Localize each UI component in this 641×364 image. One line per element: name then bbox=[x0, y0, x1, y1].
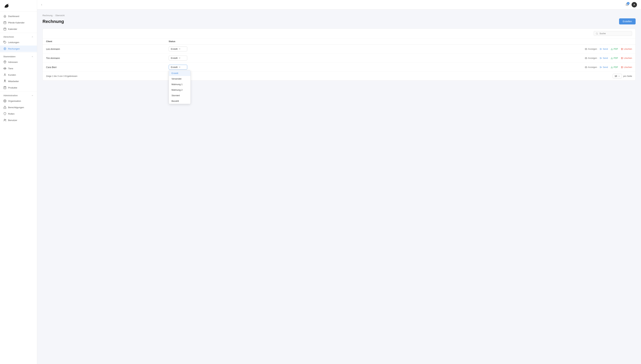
row-actions-0: Anzeigen Send PDF bbox=[319, 48, 632, 50]
section-administration-header[interactable]: Administration bbox=[0, 92, 37, 98]
dropdown-option-mahnung1[interactable]: Mahnung 1 bbox=[169, 82, 190, 87]
status-value-0: Erstellt bbox=[171, 48, 178, 50]
delete-action-2[interactable]: Löschen bbox=[621, 66, 632, 68]
search-icon bbox=[596, 32, 598, 35]
sidebar-item-dashboard-label: Dashboard bbox=[8, 15, 19, 18]
sidebar-item-berechtigungen[interactable]: Berechtigungen bbox=[0, 104, 37, 110]
delete-action-1[interactable]: Löschen bbox=[621, 57, 632, 59]
lock-icon bbox=[3, 106, 7, 109]
content: Rechnung › Übersicht Rechnung Erstellen bbox=[37, 10, 641, 364]
dropdown-option-mahnung2[interactable]: Mahnung 2 bbox=[169, 87, 190, 93]
sidebar-item-kunden-label: Kunden bbox=[8, 74, 16, 76]
status-select-0[interactable]: Erstellt ▼ bbox=[169, 46, 187, 52]
section-administration-title: Administration bbox=[3, 94, 18, 97]
per-page-button[interactable]: 10 bbox=[613, 74, 622, 78]
send-icon bbox=[600, 57, 602, 59]
pagination-info: Zeige 1 bis 3 von 3 Ergebnissen bbox=[46, 75, 77, 77]
col-status: Status bbox=[165, 38, 315, 44]
dropdown-option-bezahlt[interactable]: Bezahlt bbox=[169, 98, 190, 104]
sidebar-item-organisation[interactable]: Organisation bbox=[0, 98, 37, 104]
status-dropdown-menu: Erstellt Versendet Mahnung 1 Mahnung 2 S… bbox=[169, 70, 191, 104]
sidebar-item-tiere[interactable]: Tiere bbox=[0, 65, 37, 72]
circle-dollar-icon bbox=[3, 47, 7, 50]
calendar-icon bbox=[3, 28, 7, 30]
table-row: Cara Bieri Erstellt ▼ Erstellt bbox=[43, 63, 635, 72]
send-action-2[interactable]: Send bbox=[600, 66, 608, 68]
actions-cell: Anzeigen Send PDF bbox=[315, 54, 635, 63]
sidebar-item-rollen[interactable]: Rollen bbox=[0, 110, 37, 117]
svg-point-15 bbox=[5, 74, 6, 75]
status-select-1[interactable]: Erstellt ▼ bbox=[169, 56, 187, 60]
table-toolbar bbox=[43, 29, 635, 38]
eye-icon bbox=[585, 57, 587, 59]
sidebar-item-adressen-label: Adressen bbox=[8, 61, 18, 63]
sidebar-item-rechnungen-label: Rechungen bbox=[8, 48, 20, 50]
dropdown-option-erstellt[interactable]: Erstellt bbox=[169, 70, 190, 76]
person-badge-icon bbox=[3, 80, 7, 83]
status-cell: Erstellt ▼ bbox=[165, 54, 315, 63]
chevron-up-admin-icon bbox=[31, 94, 34, 97]
chevron-down-icon: ▼ bbox=[179, 48, 181, 50]
download-icon bbox=[611, 48, 613, 50]
pdf-action-2[interactable]: PDF bbox=[611, 66, 618, 68]
section-abrechnen-header[interactable]: Abrechnen bbox=[0, 34, 37, 39]
svg-point-27 bbox=[586, 58, 586, 58]
send-icon bbox=[600, 66, 602, 68]
back-button[interactable]: ‹ bbox=[41, 3, 42, 6]
person-group-icon bbox=[3, 119, 7, 122]
notification-button[interactable]: 0 bbox=[625, 3, 629, 6]
trash-icon bbox=[621, 57, 623, 59]
download-icon bbox=[611, 57, 613, 59]
shield-icon bbox=[3, 112, 7, 115]
svg-line-24 bbox=[597, 34, 598, 34]
logo-icon bbox=[3, 3, 10, 9]
sidebar-item-rechnungen[interactable]: Rechungen bbox=[0, 46, 37, 52]
dropdown-option-versendet[interactable]: Versendet bbox=[169, 76, 190, 82]
status-select-2[interactable]: Erstellt ▼ bbox=[169, 65, 187, 70]
sidebar-item-mitarbeiter[interactable]: Mitarbeiter bbox=[0, 78, 37, 84]
search-input[interactable] bbox=[599, 32, 630, 35]
send-action-0[interactable]: Send bbox=[600, 48, 608, 50]
client-cell: Cara Bieri bbox=[43, 63, 165, 72]
svg-rect-4 bbox=[4, 28, 6, 30]
sidebar-item-benutzer[interactable]: Benutzer bbox=[0, 117, 37, 123]
sidebar-item-kalender[interactable]: Kalender bbox=[0, 26, 37, 32]
notification-badge: 0 bbox=[627, 2, 629, 5]
sidebar-nav: Dashboard Pferde Kalender Kalender Abrec… bbox=[0, 12, 37, 125]
dropdown-option-storniert[interactable]: Storniert bbox=[169, 93, 190, 98]
sidebar-item-pferde-kalender[interactable]: Pferde Kalender bbox=[0, 20, 37, 26]
sidebar-item-pferde-kalender-label: Pferde Kalender bbox=[8, 22, 25, 24]
map-pin-icon bbox=[3, 60, 7, 64]
row-actions-1: Anzeigen Send PDF bbox=[319, 57, 632, 59]
sidebar-item-leistungen[interactable]: Leistungen bbox=[0, 39, 37, 46]
view-action-1[interactable]: Anzeigen bbox=[585, 57, 597, 59]
download-icon bbox=[611, 66, 613, 68]
pdf-action-1[interactable]: PDF bbox=[611, 57, 618, 59]
topbar-right: 0 A bbox=[625, 2, 637, 8]
create-button[interactable]: Erstellen bbox=[619, 18, 635, 24]
send-action-1[interactable]: Send bbox=[600, 57, 608, 59]
svg-point-19 bbox=[5, 100, 6, 102]
person-icon bbox=[3, 73, 7, 76]
tag-icon bbox=[3, 41, 7, 44]
sidebar-item-dashboard[interactable]: Dashboard bbox=[0, 13, 37, 20]
svg-point-8 bbox=[4, 42, 5, 42]
sidebar-item-adressen[interactable]: Adressen bbox=[0, 59, 37, 65]
sidebar-item-kunden[interactable]: Kunden bbox=[0, 72, 37, 78]
sidebar-item-benutzer-label: Benutzer bbox=[8, 119, 17, 122]
pdf-action-0[interactable]: PDF bbox=[611, 48, 618, 50]
table-footer: Zeige 1 bis 3 von 3 Ergebnissen 10 pro S… bbox=[43, 72, 635, 80]
section-stammdaten-header[interactable]: Stammdaten bbox=[0, 54, 37, 59]
breadcrumb-parent[interactable]: Rechnung bbox=[43, 14, 53, 17]
house-icon bbox=[3, 15, 7, 18]
view-action-0[interactable]: Anzeigen bbox=[585, 48, 597, 50]
section-abrechnen-title: Abrechnen bbox=[3, 36, 14, 38]
view-action-2[interactable]: Anzeigen bbox=[585, 66, 597, 68]
chevron-up-stammdaten-icon bbox=[31, 56, 34, 58]
per-page-select: 10 pro Seite bbox=[613, 74, 632, 78]
paw-icon bbox=[3, 67, 7, 70]
delete-action-0[interactable]: Löschen bbox=[621, 48, 632, 50]
avatar[interactable]: A bbox=[631, 2, 637, 8]
sidebar-item-produkte[interactable]: Produkte bbox=[0, 84, 37, 91]
svg-point-25 bbox=[586, 49, 586, 50]
